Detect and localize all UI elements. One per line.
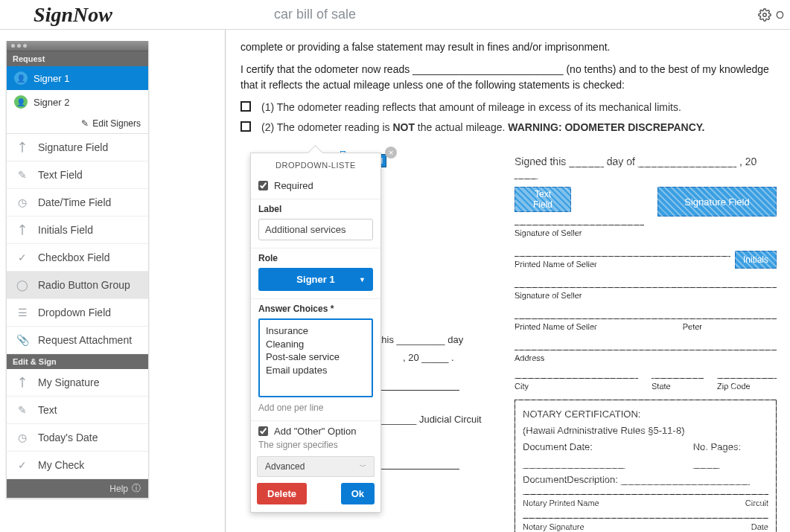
label-heading: Label — [258, 204, 373, 214]
role-dropdown[interactable]: Signer 1 ▼ — [258, 268, 373, 291]
answer-choices-textarea[interactable] — [258, 318, 373, 397]
certify-text: I certify that the odometer now reads __… — [240, 62, 775, 92]
close-icon[interactable]: × — [385, 147, 397, 158]
notary-box: NOTARY CERTIFICATION: (Hawaii Administra… — [515, 400, 777, 532]
state-label: State — [652, 382, 704, 391]
doc-desc-label: DocumentDescription: ___________________… — [523, 472, 768, 488]
delete-button[interactable]: Delete — [257, 483, 307, 504]
radio-icon: ◯ — [16, 278, 29, 292]
signer-label: Signer 2 — [34, 97, 69, 108]
signer-row-1[interactable]: 👤 Signer 1 — [7, 66, 148, 90]
pencil-icon: ✎ — [81, 118, 89, 129]
section-request: Request — [7, 51, 148, 66]
signature-icon — [16, 376, 29, 389]
tool-request-attachment[interactable]: 📎Request Attachment — [7, 327, 148, 354]
signed-this-line: Signed this ______ day of ______________… — [515, 156, 777, 179]
document-title: car bill of sale — [140, 7, 756, 22]
notary-sig-label: Notary Signature — [523, 520, 584, 532]
user-icon: 👤 — [14, 95, 28, 109]
help-link[interactable]: Helpⓘ — [7, 479, 148, 498]
tool-initials-field[interactable]: Initials Field — [7, 217, 148, 244]
tool-text-field[interactable]: ✎Text Field — [7, 161, 148, 189]
tool-datetime-field[interactable]: ◷Date/Time Field — [7, 189, 148, 217]
other-hint: The signer specifies — [258, 440, 373, 450]
clock-icon: ◷ — [16, 431, 29, 444]
required-checkbox-input[interactable] — [258, 181, 268, 190]
notary-title: NOTARY CERTIFICATION: — [523, 406, 768, 423]
signer-label: Signer 1 — [34, 73, 69, 84]
tool-todays-date[interactable]: ◷Today's Date — [7, 424, 148, 452]
printed-seller-label: Printed Name of Seller — [515, 260, 730, 269]
role-heading: Role — [258, 253, 373, 263]
ok-button[interactable]: Ok — [341, 483, 375, 504]
doc-date-label: Document Date: ___________________ — [523, 439, 693, 472]
notary-date-label: Date — [751, 520, 768, 532]
notary-rules: (Hawaii Administrative Rules §5-11-8) — [523, 423, 768, 439]
svg-point-0 — [763, 13, 767, 16]
pencil-icon: ✎ — [16, 403, 29, 417]
no-pages-label: No. Pages: _____ — [693, 439, 768, 472]
tool-checkbox-field[interactable]: ✓Checkbox Field — [7, 244, 148, 272]
chevron-down-icon: ﹀ — [360, 462, 366, 472]
year20-text: , 20 _____ . — [403, 352, 454, 363]
popover-title: DROPDOWN-LISTE — [251, 153, 380, 176]
tool-text[interactable]: ✎Text — [7, 397, 148, 424]
sig-seller-label-2: Signature of Seller — [515, 291, 777, 300]
placed-text-field[interactable]: Text Field — [515, 187, 571, 212]
city-label: City — [515, 382, 638, 391]
tool-signature-field[interactable]: Signature Field — [7, 134, 148, 161]
add-other-checkbox[interactable]: Add "Other" Option — [258, 426, 373, 437]
printed-seller-label-2: Printed Name of Seller — [515, 322, 597, 331]
edit-signers-link[interactable]: ✎ Edit Signers — [7, 114, 148, 134]
placed-initials-field[interactable]: Initials — [735, 251, 777, 269]
zip-label: Zip Code — [717, 382, 777, 391]
answers-hint: Add one per line — [258, 403, 373, 413]
tool-dropdown-field[interactable]: ☰Dropdown Field — [7, 299, 148, 327]
list-icon: ☰ — [16, 306, 29, 319]
user-icon: 👤 — [14, 71, 28, 85]
checkbox-2[interactable] — [240, 121, 251, 132]
required-checkbox[interactable]: Required — [258, 180, 373, 191]
label-input[interactable] — [258, 219, 373, 240]
check-icon: ✓ — [16, 458, 29, 472]
chevron-down-icon: ▼ — [359, 276, 366, 283]
dropdown-settings-popover: DROPDOWN-LISTE Required Label Role Signe… — [250, 153, 381, 513]
notary-name-label: Notary Printed Name — [523, 496, 599, 510]
signature-icon — [16, 141, 29, 154]
option-1-text: (1) The odometer reading reflects that a… — [261, 100, 681, 115]
tool-my-check[interactable]: ✓My Check — [7, 452, 148, 479]
add-other-checkbox-input[interactable] — [258, 426, 268, 436]
check-icon: ✓ — [16, 251, 29, 264]
peter-value: Peter — [683, 322, 777, 331]
paperclip-icon: 📎 — [16, 333, 29, 347]
pencil-icon: ✎ — [16, 168, 29, 182]
sig-seller-label: Signature of Seller — [515, 228, 644, 237]
clock-icon: ◷ — [16, 196, 29, 209]
fields-sidebar: Request 👤 Signer 1 👤 Signer 2 ✎ Edit Sig… — [6, 41, 149, 499]
advanced-toggle[interactable]: Advanced ﹀ — [257, 456, 375, 477]
placed-signature-field[interactable]: Signature Field — [657, 187, 777, 217]
section-edit-sign: Edit & Sign — [7, 354, 148, 369]
checkbox-1[interactable] — [240, 101, 251, 112]
tool-radio-group[interactable]: ◯Radio Button Group — [7, 272, 148, 299]
initials-icon — [16, 223, 29, 237]
tool-my-signature[interactable]: My Signature — [7, 369, 148, 397]
circuit-label: Circuit — [745, 496, 768, 510]
app-logo: SignNow — [6, 3, 140, 27]
answers-heading: Answer Choices * — [258, 304, 373, 314]
settings-gear-icon[interactable] — [756, 7, 773, 23]
sidebar-grip[interactable] — [7, 41, 148, 51]
options-letter[interactable]: O — [776, 9, 784, 21]
address-label: Address — [515, 353, 777, 362]
disclosure-text: complete or providing a false statement … — [240, 39, 775, 54]
signer-row-2[interactable]: 👤 Signer 2 — [7, 90, 148, 114]
option-2-text: (2) The odometer reading is NOT the actu… — [261, 120, 704, 135]
help-icon: ⓘ — [132, 482, 141, 495]
